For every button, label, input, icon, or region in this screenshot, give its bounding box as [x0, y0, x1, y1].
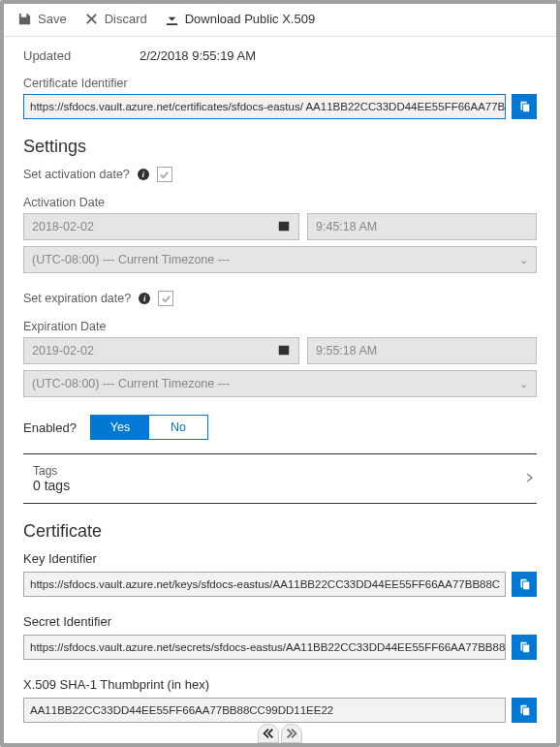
save-button[interactable]: Save — [17, 12, 67, 26]
tags-count: 0 tags — [33, 478, 70, 493]
updated-row: Updated 2/2/2018 9:55:19 AM — [23, 48, 537, 63]
activation-checkbox[interactable] — [157, 167, 172, 182]
scroll-arrows — [258, 724, 302, 743]
activation-tz-select[interactable]: (UTC-08:00) --- Current Timezone --- ⌄ — [23, 246, 537, 273]
expiration-date-value: 2019-02-02 — [32, 344, 94, 358]
info-icon[interactable]: i — [139, 293, 150, 304]
chevron-right-icon — [523, 472, 535, 486]
download-label: Download Public X.509 — [185, 12, 315, 26]
activation-time-value: 9:45:18 AM — [316, 220, 377, 233]
key-id-input[interactable]: https://sfdocs.vault.azure.net/keys/sfdo… — [23, 572, 506, 597]
expiration-date-label: Expiration Date — [23, 320, 537, 333]
cert-id-label: Certificate Identifier — [23, 77, 537, 90]
info-icon[interactable]: i — [138, 169, 149, 180]
chevron-down-icon: ⌄ — [519, 254, 528, 266]
calendar-icon — [277, 343, 291, 359]
discard-button[interactable]: Discard — [84, 12, 147, 26]
svg-rect-3 — [281, 350, 283, 352]
discard-label: Discard — [105, 12, 147, 26]
set-activation-row: Set activation date? i — [23, 167, 537, 182]
updated-label: Updated — [23, 48, 140, 63]
settings-heading: Settings — [23, 137, 537, 157]
activation-tz-value: (UTC-08:00) --- Current Timezone --- — [32, 253, 230, 266]
copy-thumbprint-button[interactable] — [512, 698, 537, 723]
expiration-time-input[interactable]: 9:55:18 AM — [307, 337, 537, 364]
activation-date-input[interactable]: 2018-02-02 — [23, 213, 299, 240]
expiration-checkbox[interactable] — [158, 291, 173, 306]
set-activation-label: Set activation date? — [23, 168, 130, 181]
enabled-yes-option[interactable]: Yes — [91, 416, 149, 439]
expiration-tz-select[interactable]: (UTC-08:00) --- Current Timezone --- ⌄ — [23, 370, 537, 397]
thumbprint-row: AA11BB22CC33DD44EE55FF66AA77BB88CC99DD11… — [23, 698, 537, 723]
set-expiration-row: Set expiration date? i — [23, 291, 537, 306]
check-icon — [159, 170, 170, 180]
expiration-tz-value: (UTC-08:00) --- Current Timezone --- — [32, 377, 230, 390]
divider — [23, 503, 537, 504]
cert-id-row: https://sfdocs.vault.azure.net/certifica… — [23, 94, 537, 119]
activation-date-value: 2018-02-02 — [32, 220, 94, 233]
set-expiration-label: Set expiration date? — [23, 292, 131, 305]
copy-secret-id-button[interactable] — [512, 635, 537, 660]
activation-date-label: Activation Date — [23, 196, 537, 209]
calendar-icon — [277, 219, 291, 235]
download-icon — [165, 12, 179, 26]
enabled-row: Enabled? Yes No — [23, 415, 537, 440]
toolbar: Save Discard Download Public X.509 — [4, 4, 556, 37]
chevron-down-icon: ⌄ — [519, 378, 528, 390]
scroll-left-button[interactable] — [258, 724, 279, 743]
check-icon — [161, 294, 171, 304]
copy-icon — [517, 640, 531, 654]
thumbprint-label: X.509 SHA-1 Thumbprint (in hex) — [23, 677, 537, 692]
svg-rect-0 — [281, 226, 283, 228]
copy-key-id-button[interactable] — [512, 572, 537, 597]
scroll-right-button[interactable] — [281, 724, 302, 743]
certificate-heading: Certificate — [23, 521, 537, 542]
svg-rect-4 — [283, 350, 285, 352]
tags-left: Tags 0 tags — [33, 464, 70, 493]
svg-rect-2 — [286, 226, 288, 228]
activation-date-row: 2018-02-02 9:45:18 AM — [23, 213, 537, 240]
copy-cert-id-button[interactable] — [512, 94, 537, 119]
svg-rect-1 — [283, 226, 285, 228]
content: Updated 2/2/2018 9:55:19 AM Certificate … — [4, 37, 556, 723]
expiration-date-row: 2019-02-02 9:55:18 AM — [23, 337, 537, 364]
key-id-row: https://sfdocs.vault.azure.net/keys/sfdo… — [23, 572, 537, 597]
secret-id-row: https://sfdocs.vault.azure.net/secrets/s… — [23, 635, 537, 660]
cert-id-input[interactable]: https://sfdocs.vault.azure.net/certifica… — [23, 94, 506, 119]
enabled-no-option[interactable]: No — [149, 416, 207, 439]
copy-icon — [517, 577, 531, 591]
download-button[interactable]: Download Public X.509 — [165, 12, 315, 26]
close-icon — [84, 12, 99, 26]
enabled-toggle: Yes No — [90, 415, 208, 440]
tags-label: Tags — [33, 464, 70, 478]
key-id-label: Key Identifier — [23, 551, 537, 566]
save-label: Save — [38, 12, 67, 26]
tags-row[interactable]: Tags 0 tags — [23, 454, 537, 503]
expiration-date-input[interactable]: 2019-02-02 — [23, 337, 299, 364]
save-icon — [17, 12, 32, 26]
svg-rect-5 — [286, 350, 288, 352]
copy-icon — [517, 100, 531, 113]
thumbprint-input[interactable]: AA11BB22CC33DD44EE55FF66AA77BB88CC99DD11… — [23, 698, 506, 723]
copy-icon — [517, 703, 531, 717]
secret-id-input[interactable]: https://sfdocs.vault.azure.net/secrets/s… — [23, 635, 506, 660]
activation-time-input[interactable]: 9:45:18 AM — [307, 213, 537, 240]
updated-value: 2/2/2018 9:55:19 AM — [140, 48, 256, 63]
secret-id-label: Secret Identifier — [23, 614, 537, 629]
expiration-time-value: 9:55:18 AM — [316, 344, 377, 358]
enabled-label: Enabled? — [23, 420, 77, 435]
